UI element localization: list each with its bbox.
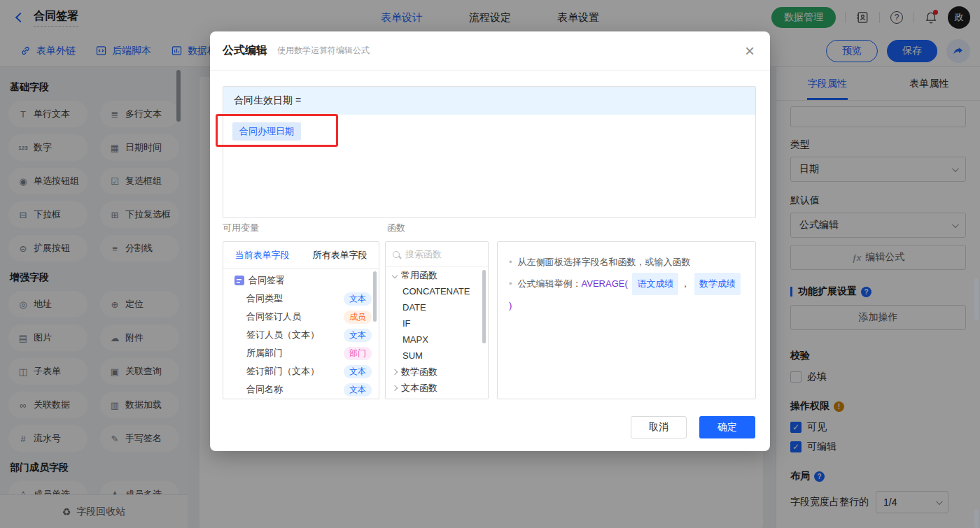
example-chip: 数学成绩 <box>694 273 741 295</box>
window-scrollbar[interactable] <box>974 278 979 320</box>
tab-all-form-fields[interactable]: 所有表单字段 <box>301 242 379 268</box>
variables-label: 可用变量 <box>223 222 259 234</box>
variables-panel: 当前表单字段 所有表单字段 合同签署合同类型文本合同签订人员成员签订人员（文本）… <box>223 241 379 399</box>
function-name: MAPX <box>393 334 428 345</box>
variable-form-row[interactable]: 合同签署 <box>223 271 379 290</box>
functions-panel: 搜索函数 常用函数CONCATENATEDATEIFMAPXSUM数学函数文本函… <box>385 241 489 399</box>
variable-field-name: 合同名称 <box>246 383 344 396</box>
variable-field-row[interactable]: 合同名称文本 <box>223 380 379 399</box>
function-name: CONCATENATE <box>393 286 470 297</box>
formula-field-chip[interactable]: 合同办理日期 <box>232 122 301 141</box>
function-item[interactable]: MAPX <box>386 331 488 348</box>
variable-field-tag: 文本 <box>344 329 372 342</box>
function-group-name: 文本函数 <box>401 382 438 394</box>
functions-label: 函数 <box>387 222 405 234</box>
help-tip-1: •从左侧面板选择字段名和函数，或输入函数 <box>509 252 744 273</box>
variable-field-tag: 文本 <box>344 292 372 306</box>
variable-field-tag: 成员 <box>344 311 372 324</box>
function-group-name: 数学函数 <box>401 366 438 378</box>
function-item[interactable]: SUM <box>386 348 488 364</box>
close-icon[interactable]: × <box>745 43 755 59</box>
function-item[interactable]: IF <box>386 315 488 331</box>
function-name: IF <box>393 318 411 329</box>
variable-field-row[interactable]: 签订部门（文本）文本 <box>223 362 379 380</box>
variable-field-name: 合同签订人员 <box>246 311 344 323</box>
app-window: 合同签署 表单设计 流程设定 表单设置 数据管理 ? <box>0 0 980 528</box>
variable-field-name: 合同类型 <box>246 292 344 305</box>
function-group-collapsed[interactable]: 数学函数 <box>386 364 488 380</box>
chevron-down-icon <box>392 272 398 278</box>
variable-field-tag: 文本 <box>344 383 372 397</box>
function-name: DATE <box>393 302 426 313</box>
variable-field-row[interactable]: 合同类型文本 <box>223 290 379 308</box>
function-group-expanded[interactable]: 常用函数 <box>386 267 488 283</box>
variable-field-row[interactable]: 所属部门部门 <box>223 344 379 362</box>
help-tip-2: •公式编辑举例：AVERAGE( 语文成绩， 数学成绩) <box>509 273 744 316</box>
modal-footer: 取消 确定 <box>210 405 770 451</box>
search-icon <box>393 251 400 258</box>
function-group-collapsed[interactable]: 文本函数 <box>386 380 488 396</box>
chevron-right-icon <box>392 369 398 374</box>
formula-help-panel: •从左侧面板选择字段名和函数，或输入函数 •公式编辑举例：AVERAGE( 语文… <box>497 241 756 399</box>
formula-editor-modal: 公式编辑 使用数学运算符编辑公式 × 合同生效日期 = 合同办理日期 可用变量 … <box>210 31 770 451</box>
modal-title: 公式编辑 <box>223 43 267 58</box>
variable-field-name: 所属部门 <box>246 347 344 359</box>
function-name: SUM <box>393 350 423 361</box>
function-group-name: 常用函数 <box>401 269 438 282</box>
variable-field-row[interactable]: 合同签订人员成员 <box>223 308 379 326</box>
formula-target: 合同生效日期 = <box>223 87 755 115</box>
tab-current-form-fields[interactable]: 当前表单字段 <box>223 242 301 268</box>
confirm-button[interactable]: 确定 <box>699 416 755 438</box>
function-search-input[interactable]: 搜索函数 <box>386 242 488 267</box>
cancel-button[interactable]: 取消 <box>631 416 687 438</box>
functions-scrollbar[interactable] <box>482 270 486 343</box>
function-item[interactable]: DATE <box>386 299 488 315</box>
variable-field-tag: 部门 <box>344 347 372 360</box>
form-doc-icon <box>234 276 244 285</box>
variable-form-name: 合同签署 <box>248 274 372 287</box>
variable-field-tag: 文本 <box>344 365 372 378</box>
variable-field-row[interactable]: 签订人员（文本）文本 <box>223 326 379 344</box>
variables-scrollbar[interactable] <box>373 271 377 322</box>
example-chip: 语文成绩 <box>632 273 678 295</box>
formula-editor-box[interactable]: 合同生效日期 = 合同办理日期 <box>223 86 756 218</box>
modal-subtitle: 使用数学运算符编辑公式 <box>277 45 370 57</box>
variable-field-name: 签订人员（文本） <box>246 329 344 341</box>
variable-field-name: 签订部门（文本） <box>246 365 344 378</box>
function-item[interactable]: CONCATENATE <box>386 283 488 299</box>
window-scrollbar[interactable] <box>974 509 979 528</box>
chevron-right-icon <box>392 385 398 390</box>
